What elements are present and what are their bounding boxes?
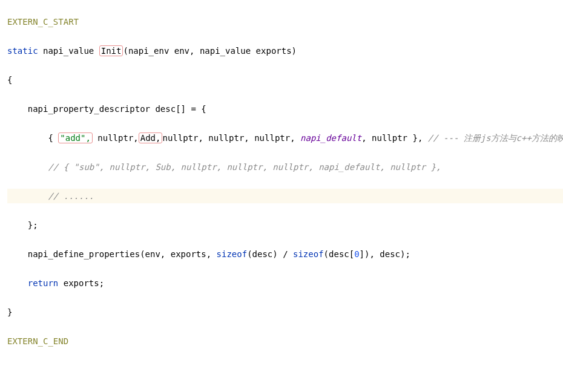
comment: // ...... bbox=[48, 191, 94, 201]
code-line: napi_property_descriptor desc[] = { bbox=[7, 102, 563, 116]
code-line bbox=[7, 363, 563, 377]
code-line: } bbox=[7, 305, 563, 319]
add-string-literal: "add", bbox=[58, 132, 93, 143]
code-line: EXTERN_C_START bbox=[7, 15, 563, 29]
code-line: return exports; bbox=[7, 276, 563, 290]
code-line: }; bbox=[7, 218, 563, 232]
code-line: static napi_value Init(napi_env env, nap… bbox=[7, 44, 563, 58]
code-line: { "add", nullptr,Add,nullptr, nullptr, n… bbox=[7, 131, 563, 145]
code-line: // { "sub", nullptr, Sub, nullptr, nullp… bbox=[7, 160, 563, 174]
macro-extern-c-start: EXTERN_C_START bbox=[7, 17, 79, 27]
macro-extern-c-end: EXTERN_C_END bbox=[7, 336, 68, 346]
code-line: EXTERN_C_END bbox=[7, 334, 563, 348]
comment: // --- 注册js方法与c++方法的映射 bbox=[428, 133, 563, 143]
code-line-highlighted: // ...... bbox=[7, 189, 563, 203]
code-editor[interactable]: EXTERN_C_START static napi_value Init(na… bbox=[0, 0, 563, 392]
init-function-name: Init bbox=[99, 45, 123, 56]
add-function-ref: Add, bbox=[139, 132, 163, 143]
comment: // { "sub", nullptr, Sub, nullptr, nullp… bbox=[48, 162, 441, 172]
code-line: { bbox=[7, 73, 563, 87]
code-line: napi_define_properties(env, exports, siz… bbox=[7, 247, 563, 261]
